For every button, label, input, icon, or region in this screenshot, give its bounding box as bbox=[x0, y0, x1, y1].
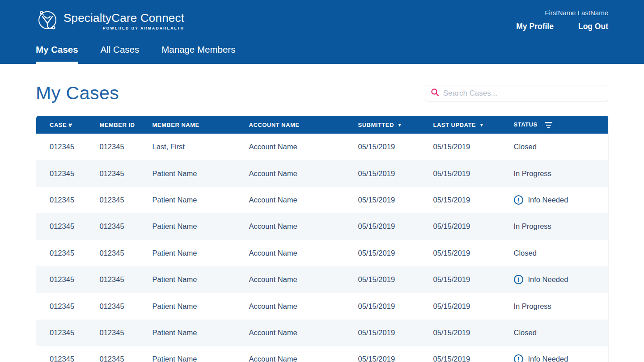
column-header-status[interactable]: STATUS bbox=[514, 116, 609, 134]
last-update-cell: 05/15/2019 bbox=[433, 134, 514, 160]
member-id-cell: 012345 bbox=[100, 213, 153, 240]
column-label: SUBMITTED bbox=[358, 122, 394, 128]
account-name-cell: Account Name bbox=[249, 346, 358, 362]
submitted-cell: 05/15/2019 bbox=[358, 266, 433, 293]
member-name-cell: Patient Name bbox=[153, 160, 249, 186]
status-label: Info Needed bbox=[528, 355, 568, 362]
filter-lines-icon[interactable] bbox=[545, 122, 552, 128]
case-number-cell: 012345 bbox=[36, 266, 100, 293]
member-name-cell: Patient Name bbox=[153, 293, 249, 319]
status-cell: In Progress bbox=[514, 160, 609, 186]
account-name-cell: Account Name bbox=[249, 320, 358, 346]
case-number-cell: 012345 bbox=[36, 213, 100, 240]
cases-table-header: CASE #MEMBER IDMEMBER NAMEACCOUNT NAMESU… bbox=[36, 116, 609, 134]
status-cell: !Info Needed bbox=[514, 187, 609, 213]
submitted-cell: 05/15/2019 bbox=[358, 134, 433, 160]
my-profile-link[interactable]: My Profile bbox=[516, 22, 554, 31]
member-id-cell: 012345 bbox=[100, 320, 153, 346]
table-row[interactable]: 012345012345Patient NameAccount Name05/1… bbox=[36, 187, 609, 213]
member-id-cell: 012345 bbox=[100, 293, 153, 319]
cases-table: CASE #MEMBER IDMEMBER NAMEACCOUNT NAMESU… bbox=[36, 116, 609, 362]
column-header-account-name: ACCOUNT NAME bbox=[249, 116, 358, 134]
member-name-cell: Patient Name bbox=[153, 266, 249, 293]
exclamation-circle-icon: ! bbox=[514, 275, 523, 284]
submitted-cell: 05/15/2019 bbox=[358, 187, 433, 213]
account-name-cell: Account Name bbox=[249, 134, 358, 160]
status-cell: In Progress bbox=[514, 213, 609, 240]
column-header-last-update[interactable]: LAST UPDATE▾ bbox=[433, 116, 514, 134]
submitted-cell: 05/15/2019 bbox=[358, 213, 433, 240]
status-label: In Progress bbox=[514, 169, 551, 178]
case-number-cell: 012345 bbox=[36, 134, 100, 160]
member-id-cell: 012345 bbox=[100, 160, 153, 186]
column-header-member-name: MEMBER NAME bbox=[153, 116, 249, 134]
status-label: Info Needed bbox=[528, 196, 568, 204]
submitted-cell: 05/15/2019 bbox=[358, 346, 433, 362]
table-row[interactable]: 012345012345Patient NameAccount Name05/1… bbox=[36, 346, 609, 362]
submitted-cell: 05/15/2019 bbox=[358, 240, 433, 266]
column-header-member-id: MEMBER ID bbox=[100, 116, 153, 134]
last-update-cell: 05/15/2019 bbox=[433, 266, 514, 293]
submitted-cell: 05/15/2019 bbox=[358, 160, 433, 186]
caret-down-icon[interactable]: ▾ bbox=[480, 122, 483, 128]
brand-tagline: POWERED BY ARMADAHEALTH bbox=[103, 26, 184, 30]
table-row[interactable]: 012345012345Patient NameAccount Name05/1… bbox=[36, 320, 609, 346]
last-update-cell: 05/15/2019 bbox=[433, 187, 514, 213]
table-row[interactable]: 012345012345Last, FirstAccount Name05/15… bbox=[36, 134, 609, 160]
table-row[interactable]: 012345012345Patient NameAccount Name05/1… bbox=[36, 293, 609, 319]
status-label: Closed bbox=[514, 143, 537, 151]
search-input[interactable] bbox=[443, 89, 602, 98]
nav-tab-manage-members[interactable]: Manage Members bbox=[161, 44, 235, 64]
account-name-cell: Account Name bbox=[249, 293, 358, 319]
status-label: In Progress bbox=[514, 222, 551, 231]
status-label: In Progress bbox=[514, 302, 551, 311]
status-cell: Closed bbox=[514, 320, 609, 346]
column-header-submitted[interactable]: SUBMITTED▾ bbox=[358, 116, 433, 134]
stethoscope-circle-icon bbox=[36, 8, 59, 33]
account-name-cell: Account Name bbox=[249, 187, 358, 213]
column-label: ACCOUNT NAME bbox=[249, 122, 300, 128]
member-id-cell: 012345 bbox=[100, 266, 153, 293]
caret-down-icon[interactable]: ▾ bbox=[398, 122, 401, 128]
submitted-cell: 05/15/2019 bbox=[358, 320, 433, 346]
member-id-cell: 012345 bbox=[100, 240, 153, 266]
user-name: FirstName LastName bbox=[516, 9, 608, 17]
column-label: LAST UPDATE bbox=[433, 122, 476, 128]
main-nav: My CasesAll CasesManage Members bbox=[0, 44, 644, 64]
app-header: SpecialtyCare Connect POWERED BY ARMADAH… bbox=[0, 0, 644, 64]
status-cell: In Progress bbox=[514, 293, 609, 319]
member-name-cell: Last, First bbox=[153, 134, 249, 160]
status-label: Closed bbox=[514, 328, 537, 337]
last-update-cell: 05/15/2019 bbox=[433, 160, 514, 186]
search-icon bbox=[431, 88, 439, 98]
page-title: My Cases bbox=[36, 83, 119, 104]
case-number-cell: 012345 bbox=[36, 187, 100, 213]
member-name-cell: Patient Name bbox=[153, 187, 249, 213]
nav-tab-my-cases[interactable]: My Cases bbox=[36, 44, 78, 64]
member-name-cell: Patient Name bbox=[153, 213, 249, 240]
table-row[interactable]: 012345012345Patient NameAccount Name05/1… bbox=[36, 213, 609, 240]
member-id-cell: 012345 bbox=[100, 134, 153, 160]
case-number-cell: 012345 bbox=[36, 160, 100, 186]
exclamation-circle-icon: ! bbox=[514, 354, 523, 362]
column-label: STATUS bbox=[514, 121, 538, 128]
account-name-cell: Account Name bbox=[249, 266, 358, 293]
table-row[interactable]: 012345012345Patient NameAccount Name05/1… bbox=[36, 266, 609, 293]
member-name-cell: Patient Name bbox=[153, 320, 249, 346]
cases-table-body: 012345012345Last, FirstAccount Name05/15… bbox=[36, 134, 609, 362]
submitted-cell: 05/15/2019 bbox=[358, 293, 433, 319]
status-cell: !Info Needed bbox=[514, 266, 609, 293]
column-label: CASE # bbox=[50, 122, 72, 128]
log-out-link[interactable]: Log Out bbox=[578, 22, 608, 31]
status-cell: !Info Needed bbox=[514, 346, 609, 362]
last-update-cell: 05/15/2019 bbox=[433, 213, 514, 240]
table-row[interactable]: 012345012345Patient NameAccount Name05/1… bbox=[36, 160, 609, 186]
case-number-cell: 012345 bbox=[36, 240, 100, 266]
nav-tab-all-cases[interactable]: All Cases bbox=[101, 44, 140, 64]
case-number-cell: 012345 bbox=[36, 293, 100, 319]
status-cell: Closed bbox=[514, 134, 609, 160]
member-id-cell: 012345 bbox=[100, 187, 153, 213]
account-name-cell: Account Name bbox=[249, 213, 358, 240]
exclamation-circle-icon: ! bbox=[514, 195, 523, 205]
table-row[interactable]: 012345012345Patient NameAccount Name05/1… bbox=[36, 240, 609, 266]
